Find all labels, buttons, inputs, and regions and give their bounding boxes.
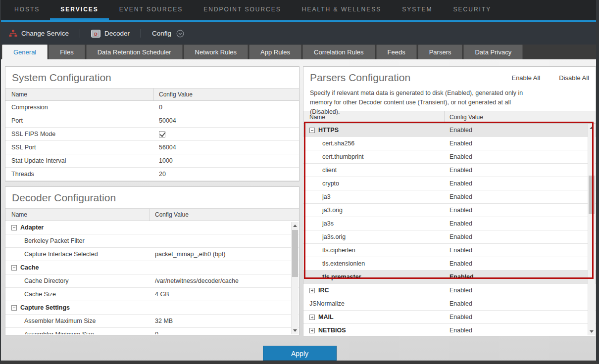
row-name-cell: HTTPS bbox=[303, 127, 445, 134]
table-row-tls-cipherlen[interactable]: tls.cipherlenEnabled bbox=[303, 244, 596, 257]
scroll-down-arrow[interactable] bbox=[292, 327, 299, 334]
row-name: Berkeley Packet Filter bbox=[24, 237, 85, 244]
tab-parsers[interactable]: Parsers bbox=[418, 45, 463, 59]
expand-icon[interactable] bbox=[309, 315, 315, 320]
tab-correlation-rules[interactable]: Correlation Rules bbox=[302, 45, 375, 59]
table-row-mail[interactable]: MAILEnabled bbox=[303, 311, 596, 324]
decoder-config-rows: AdapterBerkeley Packet FilterCapture Int… bbox=[5, 221, 299, 334]
tab-general[interactable]: General bbox=[2, 45, 48, 59]
nav-item-security[interactable]: SECURITY bbox=[443, 0, 502, 20]
expand-icon[interactable] bbox=[309, 288, 315, 293]
nav-item-system[interactable]: SYSTEM bbox=[392, 0, 443, 20]
app-window: HOSTSSERVICESEVENT SOURCESENDPOINT SOURC… bbox=[0, 0, 599, 364]
row-name-cell: Assembler Maximum Size bbox=[5, 318, 150, 324]
tab-app-rules[interactable]: App Rules bbox=[249, 45, 301, 59]
row-config-value: Enabled bbox=[445, 327, 596, 334]
table-row-tls-premaster[interactable]: tls.premasterEnabled bbox=[303, 271, 596, 284]
toolbar-divider bbox=[141, 29, 141, 38]
decoder-configuration-panel: Decoder Configuration Name Config Value … bbox=[5, 186, 300, 335]
row-name-cell: SSL Port bbox=[5, 144, 154, 151]
vertical-scrollbar[interactable] bbox=[588, 124, 595, 335]
table-header: Name Config Value bbox=[303, 111, 596, 124]
vertical-scrollbar[interactable] bbox=[291, 222, 299, 334]
table-row-berkeley-packet-filter[interactable]: Berkeley Packet Filter bbox=[5, 234, 299, 248]
service-selector[interactable]: D Decoder bbox=[91, 30, 130, 38]
row-name-cell: Cache Size bbox=[5, 291, 150, 298]
table-row-client[interactable]: clientEnabled bbox=[303, 164, 596, 177]
row-name: client bbox=[322, 167, 337, 174]
row-config-value: 32 MB bbox=[150, 318, 299, 324]
row-name: ja3 bbox=[322, 193, 331, 200]
table-row-cache[interactable]: Cache bbox=[5, 261, 299, 274]
table-row-adapter[interactable]: Adapter bbox=[5, 221, 299, 234]
nav-item-health-wellness[interactable]: HEALTH & WELLNESS bbox=[292, 0, 392, 20]
change-service-label: Change Service bbox=[21, 30, 69, 37]
apply-button[interactable]: Apply bbox=[263, 346, 337, 361]
table-row-ja3[interactable]: ja3Enabled bbox=[303, 190, 596, 204]
table-row-capture-interface-selected[interactable]: Capture Interface Selectedpacket_mmap_,e… bbox=[5, 248, 299, 261]
table-row-port[interactable]: Port50004 bbox=[5, 114, 299, 128]
table-row-stat-update-interval[interactable]: Stat Update Interval1000 bbox=[5, 154, 299, 168]
nav-item-services[interactable]: SERVICES bbox=[50, 0, 108, 20]
scroll-up-arrow[interactable] bbox=[292, 222, 299, 229]
nav-item-event-sources[interactable]: EVENT SOURCES bbox=[109, 0, 193, 20]
row-name: cert.sha256 bbox=[322, 140, 354, 147]
sitemap-icon bbox=[9, 30, 17, 37]
table-row-cache-directory[interactable]: Cache Directory/var/netwitness/decoder/c… bbox=[5, 274, 299, 288]
tab-feeds[interactable]: Feeds bbox=[376, 45, 417, 59]
chevron-down-circle-icon[interactable] bbox=[176, 30, 184, 38]
scroll-up-arrow[interactable] bbox=[588, 124, 595, 132]
table-row-threads[interactable]: Threads20 bbox=[5, 168, 299, 181]
table-row-ssl-fips-mode[interactable]: SSL FIPS Mode bbox=[5, 128, 299, 141]
row-name: crypto bbox=[322, 180, 339, 187]
row-name: Assembler Maximum Size bbox=[24, 318, 96, 324]
table-row-ja3-orig[interactable]: ja3.origEnabled bbox=[303, 204, 596, 217]
row-name-cell: ja3 bbox=[303, 193, 445, 200]
checkbox-checked[interactable] bbox=[159, 131, 165, 137]
row-name-cell: Adapter bbox=[5, 224, 150, 231]
tab-data-privacy[interactable]: Data Privacy bbox=[463, 45, 523, 59]
table-row-assembler-minimum-size[interactable]: Assembler Minimum Size0 bbox=[5, 328, 299, 334]
nav-item-endpoint-sources[interactable]: ENDPOINT SOURCES bbox=[193, 0, 291, 20]
table-row-cert-sha256[interactable]: cert.sha256Enabled bbox=[303, 137, 596, 150]
row-config-value: Enabled bbox=[445, 260, 596, 267]
scrollbar-thumb[interactable] bbox=[292, 230, 298, 277]
row-name-cell: tls.premaster bbox=[303, 273, 445, 280]
tab-network-rules[interactable]: Network Rules bbox=[184, 45, 249, 59]
parsers-configuration-panel: Parsers Configuration Enable All Disable… bbox=[303, 66, 596, 336]
change-service-button[interactable]: Change Service bbox=[9, 30, 69, 37]
table-row-crypto[interactable]: cryptoEnabled bbox=[303, 177, 596, 190]
row-config-value: Enabled bbox=[445, 247, 596, 254]
table-row-netbios[interactable]: NETBIOSEnabled bbox=[303, 324, 596, 336]
scroll-down-arrow[interactable] bbox=[588, 328, 595, 335]
decoder-icon: D bbox=[91, 30, 100, 38]
table-row-cache-size[interactable]: Cache Size4 GB bbox=[5, 288, 299, 301]
collapse-icon[interactable] bbox=[11, 265, 17, 271]
table-row-cert-thumbprint[interactable]: cert.thumbprintEnabled bbox=[303, 150, 596, 164]
table-row-ja3s-orig[interactable]: ja3s.origEnabled bbox=[303, 230, 596, 244]
table-row-ssl-port[interactable]: SSL Port56004 bbox=[5, 141, 299, 154]
tab-data-retention-scheduler[interactable]: Data Retention Scheduler bbox=[86, 45, 183, 59]
collapse-icon[interactable] bbox=[309, 128, 315, 133]
tab-files[interactable]: Files bbox=[49, 45, 85, 59]
disable-all-button[interactable]: Disable All bbox=[559, 74, 589, 82]
table-row-irc[interactable]: IRCEnabled bbox=[303, 284, 596, 297]
row-config-value: 4 GB bbox=[150, 291, 299, 298]
table-row-assembler-maximum-size[interactable]: Assembler Maximum Size32 MB bbox=[5, 315, 299, 328]
collapse-icon[interactable] bbox=[11, 225, 17, 230]
collapse-icon[interactable] bbox=[11, 305, 17, 311]
table-row-tls-extensionlen[interactable]: tls.extensionlenEnabled bbox=[303, 257, 596, 271]
enable-all-button[interactable]: Enable All bbox=[511, 74, 540, 82]
nav-item-hosts[interactable]: HOSTS bbox=[4, 0, 50, 20]
table-row-compression[interactable]: Compression0 bbox=[5, 101, 299, 114]
table-row-capture-settings[interactable]: Capture Settings bbox=[5, 301, 299, 315]
scrollbar-thumb[interactable] bbox=[589, 176, 595, 214]
table-row-jsnormalize[interactable]: JSNormalizeEnabled bbox=[303, 297, 596, 311]
expand-icon[interactable] bbox=[309, 328, 315, 333]
row-config-value: packet_mmap_,eth0 (bpf) bbox=[150, 251, 299, 258]
table-row-ja3s[interactable]: ja3sEnabled bbox=[303, 217, 596, 230]
view-selector[interactable]: Config bbox=[152, 30, 184, 38]
table-row-https[interactable]: HTTPSEnabled bbox=[303, 124, 596, 137]
row-name: Cache bbox=[20, 264, 39, 271]
row-name: Stat Update Interval bbox=[11, 157, 66, 164]
